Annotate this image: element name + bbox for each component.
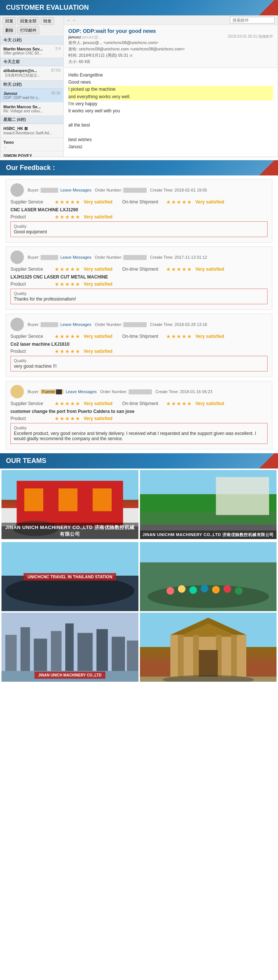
list-item-janusz[interactable]: 05:30 Janusz ODP: ODP:wait for y...: [0, 89, 64, 102]
email-cc: 发给: unichcnc08@unichcnc.com <unichcnc08@…: [68, 46, 185, 52]
email-list: 今天 (1封) 2:4 Martin Marcos Sev... Offer g…: [0, 36, 64, 157]
feedback-card-1-header: Buyer: ██████ Leave Messages Order Numbe…: [10, 183, 268, 197]
team-photo-2-overlay: JINAN UNICHM MACHINERY CO.,LTD 济南优驰数控机械有…: [140, 530, 277, 539]
email-main: ← → ODP: ODP:wait for your good news jan…: [64, 16, 278, 157]
quality-box-3: Quality very good machine !!!: [10, 356, 268, 371]
svg-rect-10: [216, 477, 269, 515]
email-group-tuesday: 星期二 (6封): [0, 116, 64, 124]
supplier-rating-1: Supplier Service ★★★★★ Very satisfied On…: [10, 199, 268, 205]
feedback-card-2-header: Buyer: ██████ Leave Messages Order Numbe…: [10, 250, 268, 264]
product-name-1: CNC LASER MACHINE LXJ1290: [10, 207, 268, 212]
product-rating-2: Product ★★★★★ Very satisfied: [10, 281, 268, 287]
email-content-area: ODP: ODP:wait for your good news janusz …: [64, 25, 278, 157]
product-name-4: customer change the port from Puerto Cal…: [10, 409, 268, 414]
quality-text-4: Excellent product, very good service and…: [14, 431, 264, 441]
team-photo-3: UNICHCNC TRAVEL IN THAILAND STATION: [2, 542, 138, 611]
buyer-avatar-2: [10, 250, 24, 264]
svg-point-19: [189, 586, 197, 593]
reply-btn[interactable]: 回复: [3, 17, 16, 25]
feedback-title: Our Feedback :: [6, 164, 55, 172]
reply-all-btn[interactable]: 回复全部: [17, 17, 39, 25]
teams-grid-row3: JINAN UNICH MACHINERY CO.,LTD: [0, 612, 278, 683]
svg-rect-3: [59, 488, 78, 511]
forward-btn[interactable]: 转发: [41, 17, 54, 25]
team-photo-3-banner: UNICHCNC TRAVEL IN THAILAND STATION: [24, 573, 116, 581]
teams-header: OUR TEAMS: [0, 453, 278, 469]
email-timestamp: 2018-03-01 05:31 拖拽邮件: [228, 34, 273, 39]
leave-messages-2[interactable]: Leave Messages: [60, 255, 91, 259]
feedback-cards-container: Buyer: ██████ Leave Messages Order Numbe…: [0, 179, 278, 450]
email-sidebar: 回复 回复全部 转发 删除 打印邮件 今天 (1封) 2:4 Martin Ma…: [0, 16, 64, 157]
quality-text-1: Good equipment: [14, 229, 264, 234]
supplier-rating-2: Supplier Service ★★★★★ Very satisfied On…: [10, 266, 268, 272]
svg-rect-42: [231, 635, 237, 682]
svg-point-18: [178, 585, 185, 592]
list-item-twoo[interactable]: Twoo ...: [0, 138, 64, 151]
svg-rect-4: [92, 488, 111, 511]
email-group-before-today: 今天之前: [0, 58, 64, 66]
product-name-3: Co2 laser machine LXJ1610: [10, 342, 268, 347]
product-rating-4: Product ★★★★★ Very satisfied: [10, 415, 268, 422]
feedback-card-4-header: Buyer: Fuente ██ Leave Messages Order Nu…: [10, 385, 268, 398]
leave-messages-3[interactable]: Leave Messages: [60, 322, 91, 327]
email-client: 回复 回复全部 转发 删除 打印邮件 今天 (1封) 2:4 Martin Ma…: [0, 15, 278, 157]
highlighted-text: I picked up the machine and everything w…: [68, 86, 273, 100]
list-item[interactable]: 07:03 alibabaopen@n... 【传真时间已经超过...: [0, 66, 64, 81]
svg-rect-14: [140, 542, 277, 562]
product-rating-3: Product ★★★★★ Very satisfied: [10, 348, 268, 354]
svg-point-21: [212, 586, 219, 593]
feedback-section: Our Feedback : Buyer: ██████ Leave Messa…: [0, 160, 278, 450]
teams-section: OUR TEAMS JINAN UNICH MACHINERY CO.,LTD …: [0, 453, 278, 683]
list-item-hsbc[interactable]: HSBC_HK ⊠ Inward Remittance Swift Ad...: [0, 124, 64, 138]
buyer-info-4: Buyer: Fuente ██ Leave Messages Order Nu…: [28, 390, 212, 394]
buyer-info-1: Buyer: ██████ Leave Messages Order Numbe…: [28, 188, 207, 192]
feedback-card-4: Buyer: Fuente ██ Leave Messages Order Nu…: [6, 381, 272, 450]
team-photo-1: JINAN UNICH MACHINERY CO.,LTD 济南优驰数控机械有限…: [2, 470, 138, 539]
team-photo-4: [140, 542, 277, 611]
list-item[interactable]: 2:4 Martin Marcos Sev... Offer gelikon C…: [0, 45, 64, 58]
supplier-rating-4: Supplier Service ★★★★★ Very satisfied On…: [10, 401, 268, 407]
teams-title: OUR TEAMS: [6, 457, 46, 465]
email-body: Hello Evangelline Good news I picked up …: [64, 68, 278, 157]
team-photo-2: JINAN UNICHM MACHINERY CO.,LTD 济南优驰数控机械有…: [140, 470, 277, 539]
customer-evaluation-section: CUSTOMER EVALUATION 回复 回复全部 转发 删除 打印邮件 今…: [0, 0, 278, 157]
team-photo-1-overlay: JINAN UNICH MACHINERY CO.,LTD 济南优驰数控机械有限…: [2, 523, 138, 539]
quality-box-2: Quality Thanks for the professionalism!: [10, 289, 268, 304]
buyer-avatar-4: [10, 385, 24, 398]
svg-point-22: [223, 585, 230, 592]
svg-point-20: [200, 585, 208, 592]
email-toolbar: 回复 回复全部 转发 删除 打印邮件: [0, 16, 64, 36]
email-top-bar: ← →: [64, 16, 278, 25]
customer-evaluation-title: CUSTOMER EVALUATION: [6, 4, 89, 11]
search-input[interactable]: [230, 17, 275, 24]
list-item-simon[interactable]: SIMON POVEY Re: QUOTE: [0, 151, 64, 157]
buyer-info-2: Buyer: ██████ Leave Messages Order Numbe…: [28, 255, 207, 259]
email-group-today: 今天 (1封): [0, 36, 64, 45]
email-group-yesterday: 昨天 (2封): [0, 81, 64, 89]
teams-grid-row1: JINAN UNICH MACHINERY CO.,LTD 济南优驰数控机械有限…: [0, 469, 278, 541]
delete-btn[interactable]: 删除: [3, 27, 16, 34]
leave-messages-4[interactable]: Leave Messages: [66, 390, 97, 394]
supplier-rating-3: Supplier Service ★★★★★ Very satisfied On…: [10, 333, 268, 339]
quality-text-2: Thanks for the professionalism!: [14, 296, 264, 302]
buyer-info-3: Buyer: ██████ Leave Messages Order Numbe…: [28, 322, 207, 327]
buyer-avatar-1: [10, 183, 24, 197]
svg-rect-2: [24, 488, 43, 511]
email-from: 发件人: janusz@... <unichcnc08@unichcnc.com…: [68, 40, 185, 46]
team-photo-6: [140, 612, 277, 682]
customer-evaluation-header: CUSTOMER EVALUATION: [0, 0, 278, 15]
print-btn[interactable]: 打印邮件: [17, 27, 39, 34]
buyer-avatar-3: [10, 318, 24, 331]
svg-point-17: [167, 587, 174, 594]
leave-messages-1[interactable]: Leave Messages: [60, 188, 91, 192]
quality-text-3: very good machine !!!: [14, 364, 264, 369]
feedback-header: Our Feedback :: [0, 160, 278, 175]
email-date: 时间: 2018年3月1日 (周四) 05:31 ⊙: [68, 52, 185, 58]
list-item-martin[interactable]: Martin Marcos Se... Re: Voltage and colo…: [0, 102, 64, 116]
feedback-card-2: Buyer: ██████ Leave Messages Order Numbe…: [6, 247, 272, 310]
teams-grid-row2: UNICHCNC TRAVEL IN THAILAND STATION: [0, 541, 278, 612]
feedback-card-3: Buyer: ██████ Leave Messages Order Numbe…: [6, 313, 272, 377]
svg-rect-11: [2, 542, 138, 576]
quality-box-1: Quality Good equipment: [10, 221, 268, 237]
email-subject: ODP: ODP:wait for your good news: [68, 28, 273, 34]
